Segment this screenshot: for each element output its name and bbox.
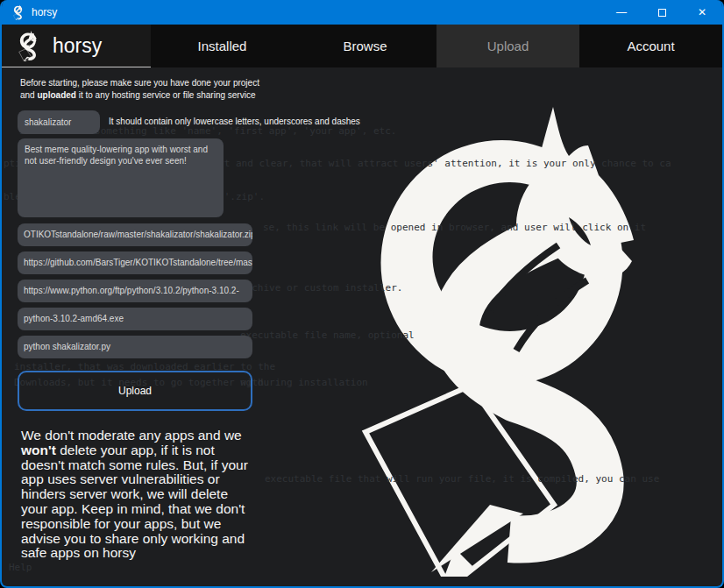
titlebar: horsy — ✕ <box>2 0 722 25</box>
brand-name: horsy <box>53 34 102 58</box>
app-name-hint: It should contain only lowercase letters… <box>109 117 360 126</box>
run-command-input[interactable]: python shakalizator.py <box>18 336 252 358</box>
close-button[interactable]: ✕ <box>682 0 722 25</box>
archive-url-input[interactable]: OTIKOTstandalone/raw/master/shakalizator… <box>18 223 252 246</box>
upload-page: It should be something like 'name', 'fir… <box>2 67 722 586</box>
window-title: horsy <box>32 6 57 18</box>
app-window: horsy — ✕ horsy Installed Browse Upload … <box>0 0 724 588</box>
maximize-icon <box>658 9 666 17</box>
installer-file-input[interactable]: python-3.10.2-amd64.exe <box>18 308 252 330</box>
window-controls: — ✕ <box>601 0 722 25</box>
tab-installed[interactable]: Installed <box>151 25 294 67</box>
tab-browse[interactable]: Browse <box>294 25 437 67</box>
intro-line2: and uploaded it to any hosting service o… <box>20 89 259 102</box>
horsy-logo-icon <box>14 30 40 61</box>
close-icon: ✕ <box>698 6 706 18</box>
app-icon <box>11 4 25 20</box>
nav-bar: horsy Installed Browse Upload Account <box>2 25 722 67</box>
tab-account[interactable]: Account <box>579 25 722 67</box>
app-name-input[interactable]: shakalizator <box>18 110 100 134</box>
moderation-notice: We don't moderate any apps and we won't … <box>21 429 254 561</box>
minimize-icon: — <box>616 6 627 18</box>
ghost-hint: Help <box>9 562 32 573</box>
repo-url-input[interactable]: https://github.com/BarsTiger/KOTIKOTstan… <box>18 251 252 274</box>
installer-url-input[interactable]: https://www.python.org/ftp/python/3.10.2… <box>18 280 252 302</box>
minimize-button[interactable]: — <box>601 0 642 25</box>
upload-button[interactable]: Upload <box>18 371 252 411</box>
maximize-button[interactable] <box>642 0 682 25</box>
tab-upload[interactable]: Upload <box>437 25 579 67</box>
intro-text: Before starting, please make sure you ha… <box>20 77 259 101</box>
intro-line1: Before starting, please make sure you ha… <box>20 77 259 89</box>
brand: horsy <box>2 25 151 67</box>
horse-s-logo <box>339 95 642 577</box>
description-textarea[interactable]: Best meme quality-lowering app with wors… <box>18 138 224 217</box>
